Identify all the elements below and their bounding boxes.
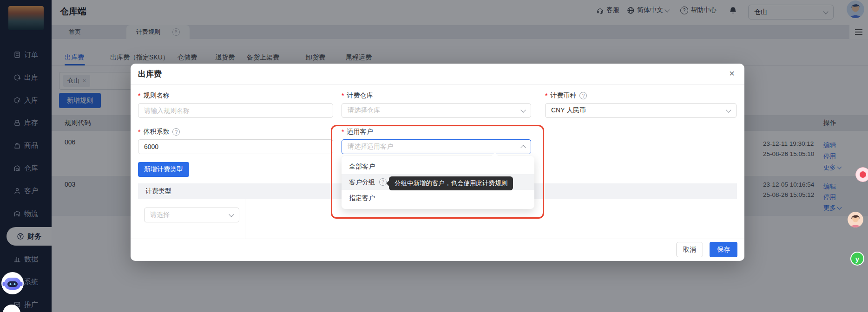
girl-avatar-icon xyxy=(848,212,863,228)
required-mark: * xyxy=(138,92,140,99)
rule-name-input[interactable] xyxy=(138,103,333,118)
modal-footer-divider xyxy=(131,239,744,239)
volume-factor-label: *体积系数? xyxy=(138,128,180,136)
volume-factor-input[interactable] xyxy=(138,139,333,154)
help-icon[interactable]: ? xyxy=(579,92,587,99)
chat-widget[interactable]: y xyxy=(850,252,864,266)
cell-divider xyxy=(245,199,245,239)
save-button[interactable]: 保存 xyxy=(710,242,737,257)
applicable-customer-select[interactable]: 请选择适用客户 xyxy=(342,139,531,154)
help-icon[interactable]: ? xyxy=(172,128,180,136)
outbound-fee-modal: 出库费 × *规则名称 *计费仓库 *计费币种? 请选择仓库 CNY 人民币 *… xyxy=(131,64,744,261)
add-billing-type-button[interactable]: 新增计费类型 xyxy=(138,162,189,177)
group-help-tooltip: 分组中新增的客户，也会使用此计费规则 xyxy=(389,176,513,190)
required-mark: * xyxy=(545,92,547,99)
service-avatar-widget[interactable] xyxy=(848,212,863,228)
chevron-down-icon xyxy=(726,107,731,112)
rule-name-label: *规则名称 xyxy=(138,91,169,100)
modal-close-icon[interactable]: × xyxy=(726,68,737,79)
modal-header-divider xyxy=(131,84,744,84)
option-specified-customers[interactable]: 指定客户 xyxy=(342,190,534,206)
required-mark: * xyxy=(342,128,344,136)
applicable-customer-label: *适用客户 xyxy=(342,128,373,136)
required-mark: * xyxy=(342,92,344,99)
tooltip-text: 分组中新增的客户，也会使用此计费规则 xyxy=(395,180,507,187)
chat-badge-label: y xyxy=(855,255,859,263)
promo-widget[interactable] xyxy=(855,167,868,182)
help-icon[interactable]: ? xyxy=(379,178,387,186)
chevron-down-icon xyxy=(229,212,234,217)
required-mark: * xyxy=(138,128,140,136)
billing-currency-select[interactable]: CNY 人民币 xyxy=(545,103,736,118)
chevron-up-icon xyxy=(520,145,526,150)
assistant-robot-widget[interactable] xyxy=(1,272,24,295)
billing-currency-label: *计费币种? xyxy=(545,91,587,100)
billing-warehouse-select[interactable]: 请选择仓库 xyxy=(342,103,531,118)
select-placeholder: 请选择适用客户 xyxy=(348,143,393,151)
select-placeholder: 请选择 xyxy=(150,211,170,219)
select-placeholder: 请选择仓库 xyxy=(348,106,380,115)
app-screen: 订单 出库 入库 库存 商品 仓库 客户 物流 财务 数据 系统 推广 仓库端 … xyxy=(0,0,868,312)
billing-warehouse-label: *计费仓库 xyxy=(342,91,373,100)
chevron-down-icon xyxy=(520,107,526,112)
robot-icon xyxy=(1,272,24,295)
select-value: CNY 人民币 xyxy=(551,106,586,115)
cancel-button[interactable]: 取消 xyxy=(676,242,703,257)
option-all-customers[interactable]: 全部客户 xyxy=(342,158,534,174)
modal-title: 出库费 xyxy=(138,69,162,79)
billing-type-select[interactable]: 请选择 xyxy=(144,208,239,222)
